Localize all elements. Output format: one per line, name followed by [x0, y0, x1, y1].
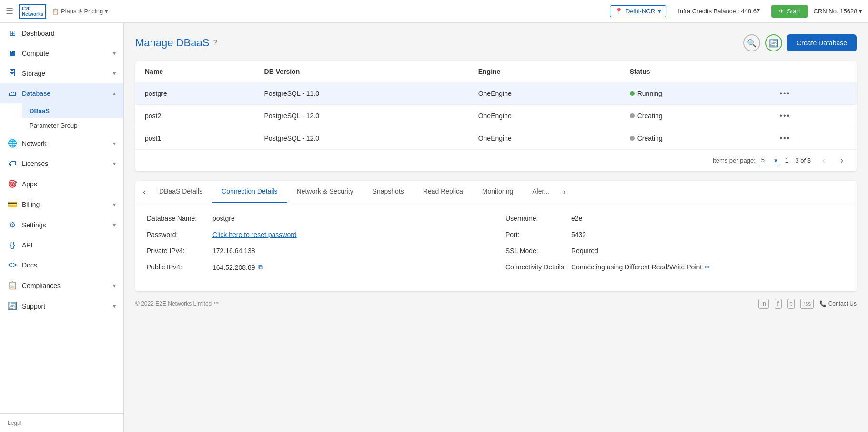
start-label: Start	[787, 8, 800, 15]
database-name-value: postgre	[212, 215, 235, 222]
page-title: Manage DBaaS ?	[135, 37, 217, 49]
ssl-mode-value: Required	[571, 247, 598, 255]
tab-snapshots[interactable]: Snapshots	[363, 181, 414, 203]
rss-icon[interactable]: rss	[800, 299, 814, 309]
crn-number[interactable]: CRN No. 15628 ▾	[814, 8, 862, 15]
connectivity-row: Connectivity Details: Connecting using D…	[505, 263, 845, 271]
page-header-actions: 🔍 🔄 Create Database	[743, 34, 857, 51]
tab-network-security[interactable]: Network & Security	[287, 181, 363, 203]
row-actions-button[interactable]: •••	[779, 112, 790, 120]
search-button[interactable]: 🔍	[743, 34, 760, 51]
table-row[interactable]: postgre PostgreSQL - 11.0 OneEngine Runn…	[135, 82, 857, 105]
sidebar-item-label: Compute	[22, 50, 108, 57]
sidebar-item-label: Apps	[22, 180, 116, 188]
create-database-button[interactable]: Create Database	[787, 34, 857, 51]
legal-link[interactable]: Legal	[0, 413, 123, 432]
cell-name: post1	[135, 127, 255, 150]
sidebar-item-database[interactable]: 🗃 Database ▴	[0, 83, 123, 103]
cell-row-actions: •••	[770, 82, 857, 105]
reset-password-link[interactable]: Click here to reset password	[212, 231, 297, 238]
twitter-icon[interactable]: t	[787, 299, 795, 309]
sidebar-item-network[interactable]: 🌐 Network ▾	[0, 133, 123, 154]
sidebar-item-apps[interactable]: 🎯 Apps	[0, 174, 123, 194]
tab-connection-details[interactable]: Connection Details	[212, 181, 287, 203]
settings-icon: ⚙	[8, 220, 17, 229]
password-row: Password: Click here to reset password	[147, 231, 486, 238]
cell-status: Running	[620, 82, 770, 105]
menu-icon[interactable]: ☰	[6, 6, 13, 17]
sidebar-item-settings[interactable]: ⚙ Settings ▾	[0, 215, 123, 235]
api-icon: {}	[8, 241, 17, 249]
refresh-button[interactable]: 🔄	[765, 34, 782, 51]
detail-tabs: ‹ DBaaS Details Connection Details Netwo…	[135, 181, 857, 203]
chevron-up-icon: ▴	[113, 90, 116, 97]
public-ipv4-value: 164.52.208.89 ⧉	[212, 263, 263, 271]
sidebar-item-dbaas[interactable]: DBaaS	[22, 103, 123, 118]
sidebar-item-storage[interactable]: 🗄 Storage ▾	[0, 63, 123, 83]
docs-icon: <>	[8, 261, 17, 269]
region-label: Delhi-NCR	[626, 8, 655, 15]
sidebar-item-support[interactable]: 🔄 Support ▾	[0, 296, 123, 316]
topbar: ☰ E2ENetworks 📋 Plans & Pricing ▾ 📍 Delh…	[0, 0, 868, 23]
linkedin-icon[interactable]: in	[758, 299, 768, 309]
sidebar-item-compute[interactable]: 🖥 Compute ▾	[0, 43, 123, 63]
password-value: Click here to reset password	[212, 231, 297, 238]
tab-monitoring[interactable]: Monitoring	[473, 181, 523, 203]
prev-page-button[interactable]: ‹	[818, 154, 829, 166]
region-selector[interactable]: 📍 Delhi-NCR ▾	[610, 5, 666, 17]
sidebar-item-label: Compliances	[22, 282, 108, 289]
status-dot	[630, 113, 635, 118]
cell-engine: OneEngine	[469, 127, 620, 150]
sidebar-item-label: Support	[22, 302, 108, 310]
tab-next-button[interactable]: ›	[559, 185, 569, 199]
password-label: Password:	[147, 231, 209, 238]
table-row[interactable]: post2 PostgreSQL - 12.0 OneEngine Creati…	[135, 105, 857, 127]
sidebar-item-parameter-group[interactable]: Parameter Group	[22, 118, 123, 133]
sidebar-item-compliances[interactable]: 📋 Compliances ▾	[0, 275, 123, 296]
tab-dbaas-details[interactable]: DBaaS Details	[150, 181, 212, 203]
connection-details-grid: Database Name: postgre Password: Click h…	[147, 215, 845, 280]
licenses-icon: 🏷	[8, 159, 17, 168]
items-per-page-label: Items per page:	[712, 157, 755, 164]
items-per-page-select[interactable]: 5 10 25 50	[759, 155, 778, 165]
contact-us-link[interactable]: 📞 Contact Us	[819, 300, 857, 307]
cell-db-version: PostgreSQL - 12.0	[255, 127, 469, 150]
sidebar-item-billing[interactable]: 💳 Billing ▾	[0, 194, 123, 215]
footer-social: in f t rss 📞 Contact Us	[758, 299, 857, 309]
row-actions-button[interactable]: •••	[779, 89, 790, 97]
col-status: Status	[620, 61, 770, 82]
copy-icon[interactable]: ⧉	[258, 263, 263, 271]
sidebar-item-label: API	[22, 241, 116, 249]
start-button[interactable]: ✈ Start	[771, 5, 807, 18]
help-icon[interactable]: ?	[213, 39, 217, 47]
credits-balance: Infra Credits Balance : 448.67	[672, 8, 766, 15]
sidebar-item-api[interactable]: {} API	[0, 235, 123, 255]
private-ipv4-value: 172.16.64.138	[212, 247, 255, 255]
sidebar-item-docs[interactable]: <> Docs	[0, 255, 123, 275]
table-row[interactable]: post1 PostgreSQL - 12.0 OneEngine Creati…	[135, 127, 857, 150]
connectivity-value: Connecting using Different Read/Write Po…	[571, 263, 710, 271]
database-table-card: Name DB Version Engine Status postgre Po…	[135, 61, 857, 171]
username-value: e2e	[571, 215, 582, 222]
chevron-down-icon: ▾	[113, 282, 116, 289]
col-engine: Engine	[469, 61, 620, 82]
edit-icon[interactable]: ✏	[705, 263, 710, 271]
left-detail-column: Database Name: postgre Password: Click h…	[147, 215, 486, 280]
facebook-icon[interactable]: f	[775, 299, 782, 309]
status-label: Creating	[637, 134, 663, 142]
cell-db-version: PostgreSQL - 11.0	[255, 82, 469, 105]
cell-name: post2	[135, 105, 255, 127]
private-ipv4-label: Private IPv4:	[147, 247, 209, 255]
database-icon: 🗃	[8, 89, 17, 98]
breadcrumb[interactable]: 📋 Plans & Pricing ▾	[52, 8, 108, 15]
row-actions-button[interactable]: •••	[779, 134, 790, 142]
sidebar-item-licenses[interactable]: 🏷 Licenses ▾	[0, 154, 123, 174]
next-page-button[interactable]: ›	[837, 154, 847, 166]
tab-alerts[interactable]: Aler...	[523, 181, 559, 203]
refresh-icon: 🔄	[769, 39, 778, 48]
tab-prev-button[interactable]: ‹	[139, 185, 150, 199]
page-info: 1 – 3 of 3	[785, 157, 811, 164]
chevron-down-icon: ▾	[113, 140, 116, 147]
tab-read-replica[interactable]: Read Replica	[414, 181, 473, 203]
sidebar-item-dashboard[interactable]: ⊞ Dashboard	[0, 23, 123, 43]
